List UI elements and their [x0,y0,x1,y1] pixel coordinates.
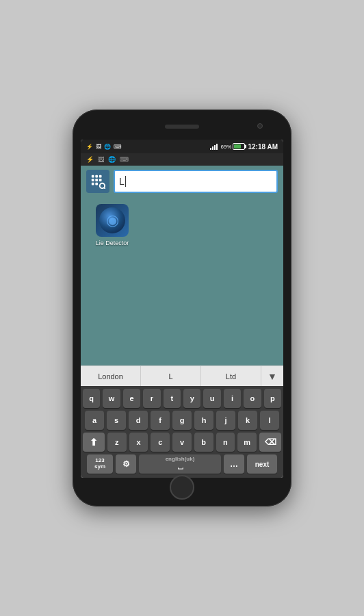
key-k[interactable]: k [238,411,257,430]
key-j[interactable]: j [216,411,235,430]
key-c[interactable]: c [151,433,170,452]
keyboard-row-bottom: 123Sym ⚙ English(UK) ⎵ … Next [83,454,281,474]
notif-keyboard-icon: ⌨ [120,156,129,163]
svg-line-9 [104,188,105,189]
phone-speaker [165,125,199,129]
svg-rect-1 [95,175,98,178]
grid-search-icon [90,174,105,189]
notification-bar: ⚡ 🖼 🌐 ⌨ [81,153,283,166]
signal-bar-2 [212,146,213,150]
key-u[interactable]: u [203,389,220,408]
svg-rect-4 [95,179,98,181]
next-button[interactable]: Next [247,454,277,474]
status-bar: ⚡ 🖼 🌐 ⌨ 69% 12:18 AM [81,140,283,153]
signal-indicator [210,143,218,150]
suggestion-ltd[interactable]: Ltd [201,366,261,386]
notif-image-icon: 🖼 [98,156,104,163]
search-text-value: L [119,176,125,187]
key-w[interactable]: w [103,389,120,408]
list-item[interactable]: Lie Detector [92,204,133,246]
svg-point-8 [100,183,105,188]
app-icon-lie-detector [96,204,129,237]
fingerprint-icon [99,207,125,233]
phone-bottom-bar [81,480,283,494]
key-shift[interactable]: ⬆ [83,433,105,452]
space-bar-icon: ⎵ [178,463,183,472]
suggestion-l[interactable]: L [141,366,201,386]
key-backspace[interactable]: ⌫ [259,433,281,452]
key-s[interactable]: s [107,411,126,430]
status-left-icons: ⚡ 🖼 🌐 ⌨ [86,144,122,150]
suggestions-bar: London L Ltd ▼ [81,365,283,386]
key-p[interactable]: p [264,389,281,408]
key-r[interactable]: r [143,389,160,408]
keyboard: q w e r t y u i o p a s d f g h j k [81,386,283,478]
keyboard-row-3: ⬆ z x c v b n m ⌫ [83,433,281,452]
phone-device: ⚡ 🖼 🌐 ⌨ 69% 12:18 AM [73,110,291,506]
search-area: L [81,166,283,197]
signal-bar-1 [210,148,211,150]
suggestions-dropdown-button[interactable]: ▼ [261,366,283,386]
key-n[interactable]: n [216,433,235,452]
home-button[interactable] [170,475,194,500]
key-e[interactable]: e [123,389,140,408]
key-o[interactable]: o [244,389,261,408]
battery-fill [234,144,240,149]
key-h[interactable]: h [194,411,213,430]
keyboard-icon: ⌨ [114,144,122,150]
svg-rect-7 [95,183,98,185]
notif-usb-icon: ⚡ [86,156,94,163]
app-label-lie-detector: Lie Detector [96,240,129,246]
battery-percentage: 69% [220,144,231,150]
notif-globe-icon: 🌐 [108,156,116,163]
status-right-area: 69% 12:18 AM [210,143,278,151]
status-time: 12:18 AM [248,143,278,151]
app-search-icon-box[interactable] [86,170,109,193]
phone-top-area [81,122,283,137]
key-space[interactable]: English(UK) ⎵ [139,454,221,474]
key-t[interactable]: t [164,389,181,408]
key-b[interactable]: b [194,433,213,452]
svg-rect-6 [92,183,94,185]
usb-icon: ⚡ [86,144,93,150]
svg-rect-0 [92,175,94,178]
key-l[interactable]: l [260,411,279,430]
app-grid: Lie Detector [81,197,283,365]
key-q[interactable]: q [83,389,100,408]
phone-camera [257,123,263,129]
keyboard-row-2: a s d f g h j k l [83,411,281,430]
globe-icon: 🌐 [104,144,111,150]
key-i[interactable]: i [224,389,241,408]
search-input[interactable]: L [114,170,278,193]
svg-rect-5 [99,179,102,181]
key-y[interactable]: y [183,389,200,408]
keyboard-row-1: q w e r t y u i o p [83,389,281,408]
key-123-sym[interactable]: 123Sym [87,454,113,474]
phone-screen: ⚡ 🖼 🌐 ⌨ 69% 12:18 AM [81,140,283,478]
signal-bar-4 [216,144,218,150]
key-settings[interactable]: ⚙ [116,454,136,474]
key-dots[interactable]: … [224,454,244,474]
key-m[interactable]: m [237,433,257,452]
battery-indicator: 69% [220,143,245,150]
key-v[interactable]: v [172,433,192,452]
key-g[interactable]: g [172,411,192,430]
svg-rect-3 [92,179,94,181]
key-a[interactable]: a [85,411,104,430]
key-z[interactable]: z [107,433,127,452]
key-d[interactable]: d [129,411,148,430]
key-x[interactable]: x [129,433,148,452]
battery-icon [233,143,245,150]
signal-bar-3 [214,145,216,150]
svg-rect-2 [99,175,102,178]
search-cursor [125,176,126,187]
suggestion-london[interactable]: London [81,366,141,386]
image-icon: 🖼 [96,144,101,150]
key-f[interactable]: f [151,411,170,430]
